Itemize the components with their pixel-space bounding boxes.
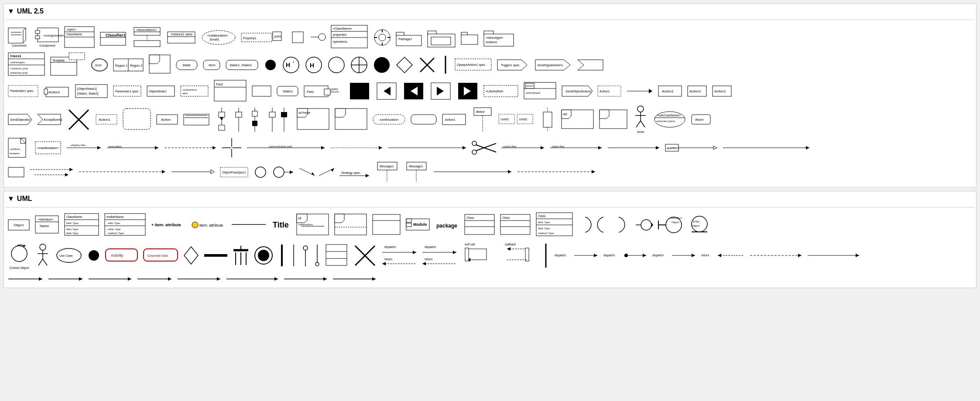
frame-shape[interactable] <box>149 55 171 75</box>
callback-label-shape[interactable]: callback <box>503 240 538 271</box>
property-port-shape[interactable]: Property1 port1 <box>241 30 285 45</box>
assoc-class-shape[interactable]: «Association1» <box>132 27 162 47</box>
module-shape[interactable]: Module <box>406 217 430 232</box>
activity-final-shape[interactable] <box>254 246 274 265</box>
opaque-action-shape[interactable]: OpaqueAction1 spec. <box>455 57 492 72</box>
classifier-shape[interactable]: Classifier1 <box>100 29 127 46</box>
object-node-shape[interactable]: [ObjectNode1] [State1, State2] <box>75 82 108 100</box>
provided-interface-shape[interactable] <box>636 217 653 233</box>
uml-arrow7[interactable] <box>284 276 328 282</box>
left-arrow-btn[interactable] <box>376 82 397 101</box>
interface-circle-line[interactable] <box>311 30 326 45</box>
two-condition-shape[interactable]: cond1 cond2 <box>499 113 534 126</box>
package-simple-shape[interactable]: Package1 <box>396 29 422 46</box>
half-circle-right[interactable] <box>579 215 592 234</box>
half-circle-left[interactable] <box>597 215 610 234</box>
signal-event-shape[interactable] <box>250 108 260 132</box>
activity-decision-shape[interactable] <box>184 246 199 265</box>
dispatch-callback-shape[interactable]: dispatch return <box>422 244 457 268</box>
accept-event2-shape[interactable]: AcceptEvent1 <box>38 113 62 126</box>
class-box-with-types[interactable]: Class field: Type field: Type method: Ty… <box>536 213 573 237</box>
class-box-simple1[interactable]: Class <box>465 214 495 235</box>
port-box-shape[interactable] <box>290 30 305 45</box>
exec-spec-shape[interactable] <box>539 108 556 132</box>
artifact-shape[interactable]: «artifact» Instance <box>8 137 30 159</box>
long-dotted-arrows[interactable] <box>79 169 166 175</box>
seq-diagram-frame[interactable]: sd «interaction» <box>297 214 329 236</box>
more-dashed-arrows[interactable] <box>750 252 802 259</box>
combined-fragment-shape[interactable] <box>335 214 367 236</box>
param-spec2-shape[interactable]: Parameter1 spec. <box>113 85 142 98</box>
uml-arrow5[interactable] <box>178 276 221 282</box>
uml-arrow1[interactable] <box>8 276 43 282</box>
uml-class-attrs-shape[interactable]: ClassName field: Type field: Type field:… <box>65 214 99 236</box>
interaction-spec-shape[interactable]: «interaction» spec <box>181 85 209 98</box>
use-case-shape[interactable]: Use Case <box>56 247 82 264</box>
entity-object-shape[interactable]: Entity Object <box>688 214 712 235</box>
yellow-circle-attr[interactable]: item: attribute <box>192 220 226 230</box>
item-attribute-shape[interactable]: + item: attribute <box>151 220 186 230</box>
action3-shape[interactable]: Action1 <box>713 85 732 98</box>
self-call-shape[interactable]: self call <box>463 240 497 271</box>
package-stereotype-shape[interactable]: «stereotype» instance <box>484 27 514 47</box>
action-shape[interactable]: Action <box>157 113 178 126</box>
continuation-shape[interactable]: continuation <box>373 113 406 126</box>
connector-arrows-long[interactable] <box>723 145 810 151</box>
qualifier1-shape[interactable]: qualifier1 <box>665 142 718 154</box>
right-arrow-filled-btn[interactable] <box>457 82 479 101</box>
right-arrow-btn[interactable] <box>430 82 452 101</box>
title-shape[interactable]: Title <box>272 219 291 231</box>
dispatch-shape[interactable]: dispatch return <box>382 244 417 268</box>
blank-rect-shape[interactable] <box>252 84 272 98</box>
action-compartment-shape[interactable]: action action(input) <box>524 82 557 100</box>
uml-header[interactable]: ▼ UML <box>6 195 974 203</box>
extension-point-shape[interactable]: «useCaseName» extension points <box>654 110 686 129</box>
filled-rect-shape[interactable] <box>349 82 370 101</box>
accept-event-shape[interactable] <box>578 58 604 72</box>
addon-arrows-shape[interactable] <box>627 85 653 98</box>
combined-frag-shape[interactable] <box>600 110 628 129</box>
final-state-shape[interactable] <box>373 56 391 74</box>
uml-arrow2[interactable] <box>48 276 83 282</box>
abort-shape[interactable]: Abort <box>692 113 711 126</box>
sync-bar-shape[interactable] <box>441 55 450 75</box>
interaction-frame2-shape[interactable] <box>335 109 368 130</box>
generalization-arrow[interactable] <box>171 169 215 175</box>
uml-line1[interactable] <box>232 221 267 228</box>
stick-figure-shape[interactable]: Actor <box>633 105 648 133</box>
class-stereotype-shape[interactable]: «spec» ClassName <box>65 27 95 48</box>
small-rect-shape[interactable] <box>8 166 25 178</box>
flow-final-shape[interactable] <box>272 166 294 179</box>
message1-shape[interactable]: Message1 <box>375 162 399 182</box>
datastore-shape[interactable] <box>184 112 210 127</box>
dotted-connector[interactable] <box>331 145 383 151</box>
uml-arrow4[interactable] <box>137 276 172 282</box>
addon2-shape[interactable]: Action1 <box>688 85 707 98</box>
diagonal-arrows[interactable] <box>299 166 334 178</box>
dispatch3-arrow-shape[interactable]: dispatch <box>652 251 696 260</box>
vertical-bar-shape[interactable] <box>543 244 549 268</box>
class-details-shape[interactable]: «ClassName» properties operations <box>331 25 368 49</box>
more-arrows[interactable] <box>608 145 660 151</box>
object-flow-spec-shape[interactable]: ObjectFlowSpec1 <box>220 166 249 178</box>
uml-arrow6[interactable] <box>226 276 279 282</box>
instance-value-shape[interactable]: Instance1 value <box>168 30 196 45</box>
long-assoc-line[interactable]: communication path <box>247 145 326 151</box>
vertical-pins3[interactable] <box>266 108 292 132</box>
merge-bar-shape[interactable] <box>233 246 249 265</box>
send-signal-shape[interactable]: SendSignalAction1 <box>535 58 572 72</box>
long-arrow-chain1[interactable] <box>434 169 512 175</box>
dashed-arrow-line[interactable] <box>164 145 217 151</box>
pin2-shape[interactable] <box>233 108 244 132</box>
long-arrow-chain2[interactable] <box>517 169 596 175</box>
destroy-shape[interactable]: Strategy spec. <box>339 166 370 178</box>
association-line[interactable]: association <box>107 145 159 151</box>
template-class-shape[interactable]: Template <box>51 53 86 77</box>
send-object-shape[interactable]: SendObjectAction1 <box>562 85 593 98</box>
item-shape[interactable]: Item <box>203 58 221 71</box>
frame-inner-shape[interactable] <box>326 245 348 266</box>
corporate-data-shape[interactable]: Corporate Data <box>144 248 178 263</box>
initial-pseudostate[interactable] <box>264 58 277 71</box>
dashed-rounded-rect[interactable] <box>123 109 151 130</box>
time-event-shape[interactable] <box>302 245 309 266</box>
